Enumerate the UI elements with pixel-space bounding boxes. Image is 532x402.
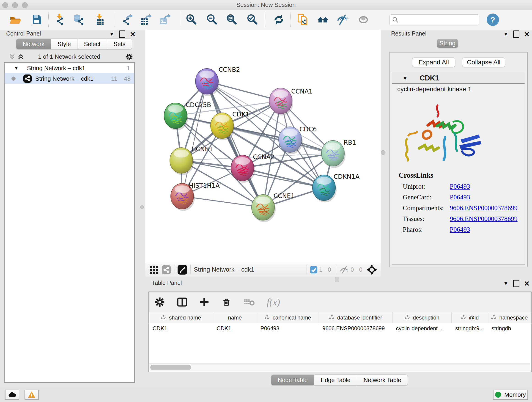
grid-view-icon[interactable] [149,265,158,274]
network-node-CDC25B[interactable]: CDC25B [164,101,211,130]
export-table-icon[interactable] [139,13,152,26]
panel-menu-icon[interactable]: ▼ [503,31,508,37]
table-horizontal-scrollbar[interactable] [149,363,530,371]
network-selection-status-row: 1 of 1 Network selected [3,51,136,62]
tab-edge-table[interactable]: Edge Table [314,375,357,385]
table-row[interactable]: CDK1CDK1P064939606.ENSP00000378699cyclin… [149,323,531,334]
table-options-gear-icon[interactable] [154,297,165,307]
scrollbar-thumb[interactable] [150,365,191,370]
column-header--id[interactable]: @id [452,312,488,323]
table-panel: Table Panel ▼ ✕ f(x) shared namenamecano… [145,278,532,388]
create-column-icon[interactable] [199,297,209,307]
zoom-out-icon[interactable] [206,13,218,26]
table-cell[interactable]: CDK1 [149,323,213,334]
collection-label: String Network – cdk1 [27,65,85,72]
save-session-icon[interactable] [31,13,43,26]
first-neighbors-icon[interactable] [317,13,329,26]
tab-network[interactable]: Network [16,38,51,50]
panel-close-icon[interactable]: ✕ [130,30,136,38]
network-node-CCNB1[interactable]: CCNB1 [170,146,213,175]
tab-sets[interactable]: Sets [107,38,132,50]
panel-menu-icon[interactable]: ▼ [109,31,114,37]
refresh-layout-icon[interactable] [272,13,285,26]
right-splitter-handle[interactable] [381,150,385,155]
export-network-icon[interactable] [120,13,133,26]
tab-style[interactable]: Style [51,38,77,50]
tab-network-table[interactable]: Network Table [357,375,408,385]
panel-float-icon[interactable] [513,31,519,38]
network-node-CDC6[interactable]: CDC6 [279,126,317,154]
hide-selected-icon[interactable] [336,13,349,26]
import-network-icon[interactable] [53,13,66,26]
table-cell[interactable]: stringdb [488,323,531,334]
table-cell[interactable]: P06493 [257,323,319,334]
panel-close-icon[interactable]: ✕ [524,30,530,38]
network-node-CDK1[interactable]: CDK1 [210,111,249,140]
table-cell[interactable]: 9606.ENSP00000378699 [319,323,392,334]
crosslink-link[interactable]: P06493 [450,193,470,201]
collapse-section-icon[interactable]: ▼ [402,75,408,81]
network-label: String Network – cdk1 [35,75,94,82]
window-title: Session: New Session [0,0,532,10]
show-columns-icon[interactable] [177,297,187,307]
table-cell[interactable]: cyclin-dependent ... [393,323,452,334]
network-node-RB1[interactable]: RB1 [322,139,356,168]
column-header-canonical-name[interactable]: canonical name [257,312,319,323]
tab-string[interactable]: String [437,39,458,48]
import-table-icon[interactable] [94,13,106,26]
node-table[interactable]: shared namenamecanonical namedatabase id… [149,312,531,333]
column-header-shared-name[interactable]: shared name [149,312,213,323]
column-header-database-identifier[interactable]: database identifier [319,312,392,323]
search-box[interactable] [389,14,479,26]
crosslink-link[interactable]: P06493 [450,183,470,190]
cloud-status-button[interactable] [5,390,19,400]
help-button[interactable]: ? [487,13,499,26]
expand-all-button[interactable]: Expand All [412,57,455,67]
network-edge[interactable] [182,81,207,196]
network-node-CCNE1[interactable]: CCNE1 [252,192,295,222]
gene-details-panel: ▼ CDK1 cyclin-dependent kinase 1 [392,73,525,264]
column-header-description[interactable]: description [393,312,452,323]
crosslink-link[interactable]: 9606.ENSP00000378699 [450,215,518,223]
tab-select[interactable]: Select [77,38,107,50]
zoom-in-icon[interactable] [185,13,198,26]
panel-menu-icon[interactable]: ▼ [503,281,508,287]
crosslink-link[interactable]: 9606.ENSP00000378699 [450,204,518,212]
gene-header-row[interactable]: ▼ CDK1 [392,73,525,84]
zoom-fit-icon[interactable] [225,13,238,26]
selected-checkbox-icon[interactable] [310,266,317,274]
import-database-icon[interactable] [72,13,85,26]
duplicate-network-icon[interactable] [297,13,310,26]
table-cell[interactable]: stringdb:9... [452,323,488,334]
column-header-name[interactable]: name [213,312,257,323]
column-header-namespace[interactable]: namespace [488,312,531,323]
delete-column-icon[interactable] [221,297,231,307]
network-node-HIST1H1A[interactable]: HIST1H1A [171,182,220,211]
collapse-all-button[interactable]: Collapse All [462,57,505,67]
tree-expand-icon[interactable]: ▼ [14,65,19,71]
zoom-selected-icon[interactable] [246,13,259,26]
show-all-icon[interactable] [357,13,370,26]
network-options-gear-icon[interactable] [126,53,133,61]
network-collection-row[interactable]: ▼ String Network – cdk1 1 [5,63,134,73]
network-row[interactable]: String Network – cdk1 11 48 [5,73,134,84]
table-cell[interactable]: CDK1 [213,323,257,334]
crosslink-label: Compartments: [392,204,450,212]
network-node-CDKN1A[interactable]: CDKN1A [312,173,360,202]
export-image-icon[interactable] [158,13,171,26]
string-share-icon[interactable] [162,265,171,274]
memory-button[interactable]: Memory [493,390,528,400]
fit-content-crosshair-icon[interactable] [367,264,377,275]
panel-float-icon[interactable] [513,280,519,287]
collection-count: 1 [127,65,130,72]
search-input[interactable] [399,15,479,25]
warnings-button[interactable] [25,390,39,400]
panel-float-icon[interactable] [119,31,125,38]
left-splitter-handle[interactable] [140,205,144,209]
birds-eye-view-icon[interactable] [177,265,187,274]
crosslink-link[interactable]: P06493 [450,226,470,233]
open-session-icon[interactable] [9,13,22,26]
panel-close-icon[interactable]: ✕ [524,280,530,288]
network-canvas[interactable]: CCNB2 CCNA1 CDC25B CDK1 [145,30,381,263]
tab-node-table[interactable]: Node Table [271,375,314,385]
